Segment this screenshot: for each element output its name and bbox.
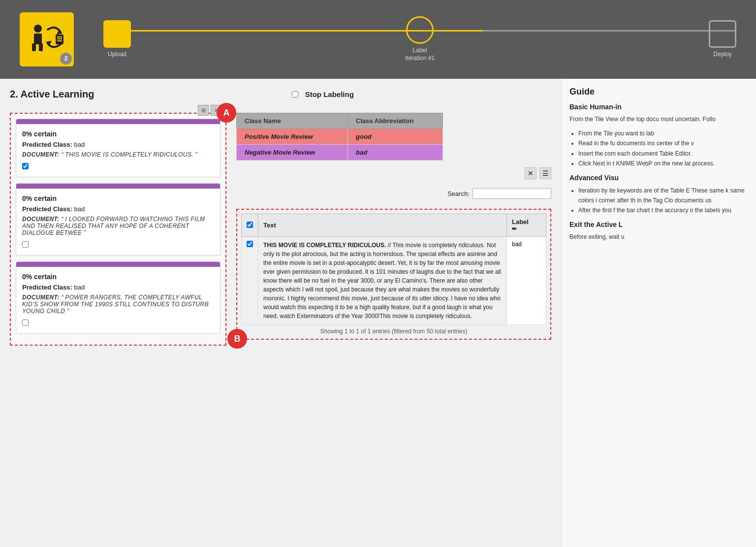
tiles-dashed-border: ⊞ ✕ 0% certain Predicted Class: bad D bbox=[10, 113, 226, 346]
content-area: 2. Active Learning Stop Labeling ⊞ ✕ bbox=[0, 79, 561, 547]
tile-2-checkbox-row bbox=[22, 241, 214, 249]
tile-2-predicted: Predicted Class: bad bbox=[22, 205, 214, 213]
table-ctrl-x[interactable]: ✕ bbox=[525, 167, 536, 179]
class-positive-name: Positive Movie Review bbox=[237, 129, 348, 145]
svg-marker-4 bbox=[57, 30, 63, 34]
tile-3-predicted: Predicted Class: bad bbox=[22, 284, 214, 291]
tile-1-document: Document: “ THIS MOVIE IS COMPLETELY RID… bbox=[22, 151, 214, 158]
guide-title: Guide bbox=[569, 87, 748, 97]
stop-labeling-label: Stop Labeling bbox=[305, 90, 354, 98]
guide-adv-item-2: After the first f the bar chart t the ac… bbox=[578, 205, 748, 215]
tile-1-certainty: 0% certain bbox=[22, 130, 214, 138]
table-row: THIS MOVIE IS COMPLETELY RIDICULOUS. // … bbox=[242, 237, 546, 325]
class-positive-abbrev: good bbox=[348, 129, 443, 145]
workflow-steps: Upload Label Iteration #1 Deploy bbox=[103, 16, 736, 62]
guide-list-item-3: Insert the com each document Table Edito… bbox=[578, 149, 748, 159]
table-ctrl-list[interactable]: ☰ bbox=[539, 167, 551, 179]
table-footer: Showing 1 to 1 of 1 entries (filtered fr… bbox=[241, 328, 546, 335]
circle-label-a: A bbox=[217, 103, 236, 123]
class-table: Class Name Class Abbreviation Positive M… bbox=[236, 113, 443, 161]
class-row-positive: Positive Movie Review good bbox=[237, 129, 443, 145]
tile-1-checkbox[interactable] bbox=[22, 163, 29, 169]
two-col-layout: ⊞ ✕ 0% certain Predicted Class: bad D bbox=[10, 113, 551, 346]
step-label-label: Label Iteration #1 bbox=[405, 47, 435, 62]
panel-icon-grid[interactable]: ⊞ bbox=[198, 105, 209, 116]
tile-3-document: Document: “ POWER RANGERS, THE COMPLETEL… bbox=[22, 294, 214, 315]
svg-point-0 bbox=[34, 25, 42, 32]
tile-2: 0% certain Predicted Class: bad Document… bbox=[16, 183, 220, 256]
stop-labeling-checkbox[interactable] bbox=[292, 91, 298, 97]
step-upload[interactable]: Upload bbox=[103, 20, 131, 59]
guide-panel: Guide Basic Human-in From the Tile View … bbox=[561, 79, 756, 547]
row-checkbox-cell bbox=[242, 237, 258, 325]
tile-1-predicted: Predicted Class: bad bbox=[22, 141, 214, 148]
guide-list-item-1: From the Tile you want to lab bbox=[578, 129, 748, 138]
data-table-col-text: Text bbox=[258, 214, 507, 237]
guide-list-item-4: Click Next in t KNIME WebP on the new la… bbox=[578, 159, 748, 168]
label-edit-icon[interactable]: ✏ bbox=[512, 225, 517, 232]
circle-label-b: B bbox=[227, 329, 247, 349]
guide-section-exit-text: Before exiting, wait u bbox=[569, 232, 748, 241]
svg-marker-5 bbox=[46, 41, 52, 46]
tile-2-header bbox=[16, 184, 220, 189]
tile-2-body: 0% certain Predicted Class: bad Document… bbox=[16, 189, 220, 255]
tile-2-certainty: 0% certain bbox=[22, 194, 214, 202]
row-text-rest: // This movie is completely ridiculous. … bbox=[263, 242, 501, 320]
tile-3-certainty: 0% certain bbox=[22, 273, 214, 281]
page-title: 2. Active Learning bbox=[10, 89, 94, 100]
data-table: Text Label ✏ bbox=[241, 214, 546, 325]
row-checkbox[interactable] bbox=[247, 241, 253, 247]
main-container: 2. Active Learning Stop Labeling ⊞ ✕ bbox=[0, 79, 756, 547]
guide-adv-item-1: Iteration by ite keywords are of the Tab… bbox=[578, 186, 748, 206]
class-table-header-name: Class Name bbox=[237, 113, 348, 129]
workflow-badge: 2 bbox=[60, 53, 72, 64]
tile-3-checkbox[interactable] bbox=[22, 320, 29, 326]
tile-3: 0% certain Predicted Class: bad Document… bbox=[16, 261, 220, 334]
data-table-wrapper: Text Label ✏ bbox=[236, 209, 551, 340]
tile-1: 0% certain Predicted Class: bad Document… bbox=[16, 119, 220, 177]
guide-section-basic-list: From the Tile you want to lab Read in th… bbox=[569, 129, 748, 169]
guide-section-basic-title: Basic Human-in bbox=[569, 103, 748, 111]
data-table-col-label: Label ✏ bbox=[507, 214, 546, 237]
tile-2-checkbox[interactable] bbox=[22, 241, 29, 248]
search-row: Search: bbox=[236, 188, 551, 199]
svg-rect-3 bbox=[39, 43, 43, 51]
workflow-bar: 2 Upload Label Iteration #1 Deploy bbox=[0, 0, 756, 79]
row-label-input[interactable] bbox=[512, 241, 541, 248]
guide-section-basic-intro: From the Tile View of the top docu most … bbox=[569, 115, 748, 124]
tile-1-checkbox-row bbox=[22, 163, 214, 171]
step-upload-node bbox=[103, 20, 131, 48]
tile-3-body: 0% certain Predicted Class: bad Document… bbox=[16, 267, 220, 333]
row-text-cell: THIS MOVIE IS COMPLETELY RIDICULOUS. // … bbox=[258, 237, 507, 325]
data-table-col-checkbox bbox=[242, 214, 258, 237]
workflow-line-gray bbox=[483, 30, 736, 32]
svg-rect-2 bbox=[32, 43, 36, 51]
class-row-negative: Negative Movie Review bad bbox=[237, 145, 443, 161]
guide-section-advanced-list: Iteration by ite keywords are of the Tab… bbox=[569, 186, 748, 216]
class-table-header-abbrev: Class Abbreviation bbox=[348, 113, 443, 129]
step-deploy-node bbox=[709, 20, 736, 48]
guide-section-exit-title: Exit the Active L bbox=[569, 221, 748, 228]
tile-1-header bbox=[16, 119, 220, 124]
row-label-cell[interactable] bbox=[507, 237, 546, 325]
guide-list-item-2: Read in the fu documents ins center of t… bbox=[578, 138, 748, 148]
tile-3-checkbox-row bbox=[22, 320, 214, 327]
search-label: Search: bbox=[447, 190, 470, 197]
tile-2-document: Document: “ I LOOKED FORWARD TO WATCHING… bbox=[22, 216, 214, 236]
right-panel: Class Name Class Abbreviation Positive M… bbox=[236, 113, 551, 346]
step-label[interactable]: Label Iteration #1 bbox=[405, 16, 435, 62]
workflow-logo: 2 bbox=[20, 12, 74, 66]
step-label-node bbox=[406, 16, 434, 44]
step-upload-label: Upload bbox=[108, 51, 126, 59]
search-input[interactable] bbox=[472, 188, 551, 199]
step-deploy-label: Deploy bbox=[713, 51, 731, 59]
row-text-bold: THIS MOVIE IS COMPLETELY RIDICULOUS. bbox=[263, 242, 386, 249]
data-table-header-checkbox[interactable] bbox=[247, 222, 253, 228]
step-deploy[interactable]: Deploy bbox=[709, 20, 736, 59]
class-negative-abbrev: bad bbox=[348, 145, 443, 161]
table-controls: ✕ ☰ bbox=[236, 167, 551, 179]
class-negative-name: Negative Movie Review bbox=[237, 145, 348, 161]
left-panel: ⊞ ✕ 0% certain Predicted Class: bad D bbox=[10, 113, 226, 346]
guide-section-advanced-title: Advanced Visu bbox=[569, 174, 748, 182]
tile-3-header bbox=[16, 262, 220, 267]
